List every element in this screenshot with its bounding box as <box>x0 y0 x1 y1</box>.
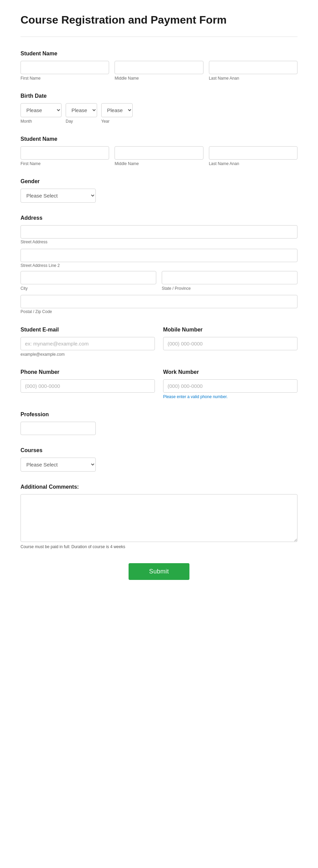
email-label: Student E-mail <box>21 327 155 333</box>
month-select[interactable]: Please JanuaryFebruaryMarch AprilMayJune… <box>21 103 62 117</box>
email-mobile-section: Student E-mail example@example.com Mobil… <box>21 327 297 357</box>
city-label: City <box>21 286 156 291</box>
zip-input[interactable] <box>21 295 297 308</box>
street2-wrap: Street Address Line 2 <box>21 249 297 268</box>
street2-label: Street Address Line 2 <box>21 263 60 268</box>
gender-select[interactable]: Please Select Male Female Other <box>21 189 96 203</box>
day-wrap: Please 12345 678910 1112131415 161718192… <box>66 103 97 124</box>
phone-label: Phone Number <box>21 369 155 375</box>
city-input[interactable] <box>21 271 156 284</box>
birth-date-section: Birth Date Please JanuaryFebruaryMarch A… <box>21 93 297 124</box>
student-name-2-row: First Name Middle Name Last Name Anan <box>21 146 297 166</box>
birth-date-row: Please JanuaryFebruaryMarch AprilMayJune… <box>21 103 297 124</box>
additional-comments-label: Additional Comments: <box>21 484 297 490</box>
profession-section: Profession <box>21 411 297 435</box>
first-name-1-input[interactable] <box>21 61 109 74</box>
address-section: Address Street Address Street Address Li… <box>21 215 297 314</box>
profession-label: Profession <box>21 411 297 418</box>
month-label: Month <box>21 119 62 124</box>
state-label: State / Province <box>162 286 297 291</box>
city-state-row: City State / Province <box>21 271 297 292</box>
middle-name-2-wrap: Middle Name <box>115 146 203 166</box>
day-label: Day <box>66 119 97 124</box>
middle-name-2-input[interactable] <box>115 146 203 160</box>
mobile-label: Mobile Number <box>163 327 297 333</box>
first-name-2-wrap: First Name <box>21 146 109 166</box>
last-name-1-wrap: Last Name Anan <box>209 61 297 81</box>
first-name-2-label: First Name <box>21 161 109 166</box>
additional-comments-textarea[interactable] <box>21 494 297 542</box>
submit-btn-wrap: Submit <box>21 563 297 580</box>
work-error-label: Please enter a valid phone number. <box>163 394 297 399</box>
month-wrap: Please JanuaryFebruaryMarch AprilMayJune… <box>21 103 62 124</box>
middle-name-1-wrap: Middle Name <box>115 61 203 81</box>
page-title: Course Registration and Payment Form <box>21 14 297 26</box>
submit-button[interactable]: Submit <box>129 563 189 580</box>
divider <box>21 37 297 37</box>
courses-label: Courses <box>21 447 297 453</box>
city-wrap: City <box>21 271 156 291</box>
street-input[interactable] <box>21 225 297 239</box>
work-wrap: Work Number Please enter a valid phone n… <box>163 369 297 399</box>
year-select[interactable]: Please 2024202320222021 2020201020001990… <box>101 103 133 117</box>
middle-name-1-input[interactable] <box>115 61 203 74</box>
last-name-1-label: Last Name Anan <box>209 76 297 81</box>
gender-label: Gender <box>21 178 297 185</box>
street-wrap: Street Address <box>21 225 297 245</box>
phone-wrap: Phone Number <box>21 369 155 399</box>
day-select[interactable]: Please 12345 678910 1112131415 161718192… <box>66 103 97 117</box>
last-name-2-input[interactable] <box>209 146 297 160</box>
mobile-input[interactable] <box>163 337 297 350</box>
footer-note: Course must be paid in full: Duration of… <box>21 544 125 549</box>
year-wrap: Please 2024202320222021 2020201020001990… <box>101 103 133 124</box>
additional-comments-section: Additional Comments: Course must be paid… <box>21 484 297 550</box>
email-mobile-row: Student E-mail example@example.com Mobil… <box>21 327 297 357</box>
student-name-2-label: Student Name <box>21 136 297 142</box>
first-name-1-wrap: First Name <box>21 61 109 81</box>
phone-input[interactable] <box>21 379 155 393</box>
courses-select[interactable]: Please Select Course 1 Course 2 Course 3 <box>21 458 96 472</box>
student-name-1-row: First Name Middle Name Last Name Anan <box>21 61 297 81</box>
phone-work-section: Phone Number Work Number Please enter a … <box>21 369 297 399</box>
mobile-wrap: Mobile Number <box>163 327 297 357</box>
first-name-2-input[interactable] <box>21 146 109 160</box>
email-wrap: Student E-mail example@example.com <box>21 327 155 357</box>
middle-name-2-label: Middle Name <box>115 161 203 166</box>
state-input[interactable] <box>162 271 297 284</box>
middle-name-1-label: Middle Name <box>115 76 203 81</box>
year-label: Year <box>101 119 133 124</box>
student-name-2-section: Student Name First Name Middle Name Last… <box>21 136 297 166</box>
work-label: Work Number <box>163 369 297 375</box>
state-wrap: State / Province <box>162 271 297 291</box>
last-name-2-label: Last Name Anan <box>209 161 297 166</box>
phone-work-row: Phone Number Work Number Please enter a … <box>21 369 297 399</box>
address-label: Address <box>21 215 297 221</box>
email-input[interactable] <box>21 337 155 350</box>
birth-date-label: Birth Date <box>21 93 297 99</box>
profession-wrap <box>21 422 96 435</box>
street2-input[interactable] <box>21 249 297 262</box>
profession-input[interactable] <box>21 422 96 435</box>
courses-section: Courses Please Select Course 1 Course 2 … <box>21 447 297 472</box>
student-name-1-section: Student Name First Name Middle Name Last… <box>21 51 297 81</box>
work-input[interactable] <box>163 379 297 393</box>
last-name-2-wrap: Last Name Anan <box>209 146 297 166</box>
zip-wrap: Postal / Zip Code <box>21 295 297 314</box>
street-label: Street Address <box>21 240 48 244</box>
student-name-1-label: Student Name <box>21 51 297 57</box>
last-name-1-input[interactable] <box>209 61 297 74</box>
email-sub-label: example@example.com <box>21 352 155 357</box>
first-name-1-label: First Name <box>21 76 109 81</box>
gender-section: Gender Please Select Male Female Other <box>21 178 297 203</box>
zip-label: Postal / Zip Code <box>21 309 52 314</box>
